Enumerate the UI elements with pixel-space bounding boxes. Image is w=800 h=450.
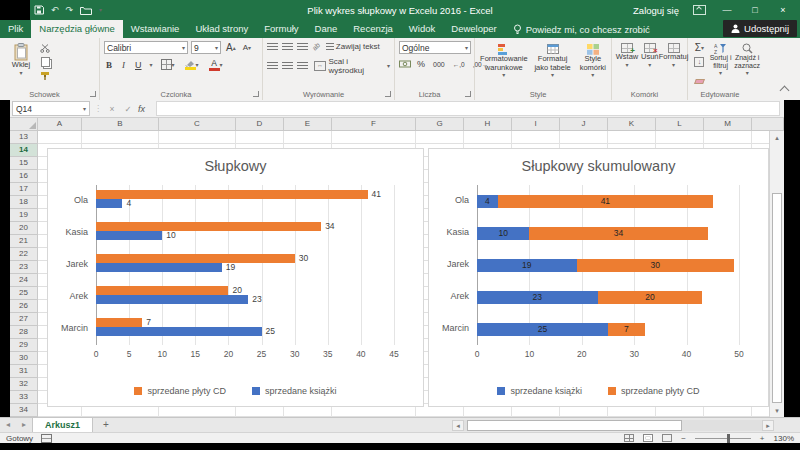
ribbon-tab-recenzja[interactable]: Recenzja (345, 20, 401, 38)
ribbon-tab-narz-dzia-g-wne[interactable]: Narzędzia główne (31, 20, 123, 38)
chart-slupkowy-skumulowany[interactable]: Słupkowy skumulowany01020304050Ola441Kas… (428, 148, 769, 407)
row-header-28[interactable]: 28 (10, 326, 37, 339)
scroll-up-icon[interactable]: ▴ (770, 131, 784, 144)
row-header-19[interactable]: 19 (10, 209, 37, 222)
zoom-slider-thumb[interactable] (727, 434, 730, 443)
bar[interactable] (96, 190, 368, 199)
bar[interactable] (96, 231, 162, 240)
macro-record-icon[interactable] (41, 434, 52, 443)
row-header-24[interactable]: 24 (10, 274, 37, 287)
chart-slupkowy[interactable]: Słupkowy051015202530354045Ola414Kasia341… (47, 148, 424, 407)
formula-input[interactable] (156, 101, 780, 116)
row-header-23[interactable]: 23 (10, 261, 37, 274)
horizontal-scroll-thumb[interactable] (467, 420, 682, 431)
close-button[interactable]: × (776, 5, 790, 15)
comma-style-button[interactable]: 000 (431, 60, 447, 69)
row-header-32[interactable]: 32 (10, 378, 37, 391)
column-header-C[interactable]: C (159, 118, 236, 130)
ribbon-tab-plik[interactable]: Plik (0, 20, 31, 38)
zoom-slider[interactable] (695, 438, 751, 439)
ribbon-tab-wstawianie[interactable]: Wstawianie (123, 20, 188, 38)
orientation-icon[interactable]: ab (311, 41, 321, 51)
ribbon-tab-widok[interactable]: Widok (401, 20, 443, 38)
undo-icon[interactable]: ↶ (51, 5, 59, 15)
column-header-D[interactable]: D (236, 118, 284, 130)
row-header-16[interactable]: 16 (10, 170, 37, 183)
column-header-I[interactable]: I (512, 118, 560, 130)
row-header-20[interactable]: 20 (10, 222, 37, 235)
font-name-combo[interactable]: Calibri▾ (104, 41, 188, 54)
open-icon[interactable] (80, 6, 92, 15)
vertical-scroll-thumb[interactable] (772, 193, 782, 403)
borders-button[interactable]: ▾ (159, 58, 177, 71)
dialog-launcher-icon[interactable] (90, 91, 96, 97)
bar[interactable] (96, 254, 295, 263)
align-right-icon[interactable] (297, 62, 308, 70)
align-middle-icon[interactable] (282, 43, 293, 51)
row-header-33[interactable]: 33 (10, 391, 37, 404)
ribbon-display-options-icon[interactable] (693, 5, 706, 15)
row-header-14[interactable]: 14 (10, 144, 37, 157)
currency-button[interactable] (399, 60, 411, 68)
ribbon-tab-uk-ad-strony[interactable]: Układ strony (187, 20, 256, 38)
bar[interactable] (96, 222, 321, 231)
format-painter-button[interactable] (38, 70, 52, 81)
horizontal-scrollbar[interactable]: ◂ ▸ (452, 420, 774, 431)
sheet-nav-next-icon[interactable]: ▸ (16, 418, 32, 432)
increase-decimal-button[interactable]: ←,0 (451, 60, 467, 69)
row-header-17[interactable]: 17 (10, 183, 37, 196)
font-size-combo[interactable]: 9▾ (191, 41, 221, 54)
ribbon-tab-deweloper[interactable]: Deweloper (443, 20, 504, 38)
page-break-view-icon[interactable] (662, 434, 672, 442)
row-header-31[interactable]: 31 (10, 365, 37, 378)
clear-button[interactable] (695, 70, 704, 88)
autosum-button[interactable]: Σ▾ (693, 41, 706, 54)
qat-customize-icon[interactable]: ▾ (99, 7, 102, 13)
row-header-29[interactable]: 29 (10, 339, 37, 352)
save-icon[interactable] (34, 5, 44, 15)
column-header-K[interactable]: K (608, 118, 656, 130)
column-header-A[interactable]: A (38, 118, 82, 130)
column-header-E[interactable]: E (284, 118, 332, 130)
row-header-15[interactable]: 15 (10, 157, 37, 170)
enter-icon[interactable]: ✓ (122, 104, 134, 114)
italic-button[interactable]: I (120, 59, 127, 71)
align-bottom-icon[interactable] (297, 43, 308, 51)
zoom-in-icon[interactable]: + (760, 434, 765, 443)
legend-item[interactable]: sprzedane książki (497, 386, 582, 396)
column-header-J[interactable]: J (560, 118, 608, 130)
column-header-M[interactable]: M (704, 118, 752, 130)
row-header-13[interactable]: 13 (10, 131, 37, 144)
bar[interactable] (96, 295, 248, 304)
dialog-launcher-icon[interactable] (465, 91, 471, 97)
fill-color-button[interactable]: ▾ (183, 59, 201, 71)
sheet-nav-prev-icon[interactable]: ◂ (0, 418, 16, 432)
number-format-combo[interactable]: Ogólne▾ (399, 41, 471, 54)
column-header-partial[interactable] (752, 118, 784, 130)
percent-button[interactable]: % (415, 58, 427, 70)
fill-button[interactable]: ↓ (692, 56, 706, 68)
bar[interactable] (96, 327, 262, 336)
column-header-H[interactable]: H (464, 118, 512, 130)
dialog-launcher-icon[interactable] (253, 91, 259, 97)
row-header-18[interactable]: 18 (10, 196, 37, 209)
column-header-F[interactable]: F (332, 118, 416, 130)
name-box[interactable]: Q14▾ (12, 101, 90, 116)
bold-button[interactable]: B (104, 59, 114, 71)
minimize-button[interactable]: — (720, 5, 734, 15)
merge-center-button[interactable]: ↔ Scal i wyśrodkuj ▾ (312, 56, 392, 76)
vertical-scrollbar[interactable]: ▴ ▾ (769, 131, 784, 417)
ribbon-tab-formu-y[interactable]: Formuły (256, 20, 306, 38)
bar[interactable] (96, 286, 228, 295)
row-header-26[interactable]: 26 (10, 300, 37, 313)
bar[interactable] (96, 263, 222, 272)
underline-button[interactable]: U (133, 59, 144, 71)
row-header-25[interactable]: 25 (10, 287, 37, 300)
row-header-34[interactable]: 34 (10, 404, 37, 417)
align-left-icon[interactable] (267, 62, 278, 70)
align-center-icon[interactable] (282, 62, 293, 70)
row-header-21[interactable]: 21 (10, 235, 37, 248)
legend-item[interactable]: sprzedane książki (252, 386, 337, 396)
row-header-22[interactable]: 22 (10, 248, 37, 261)
legend-item[interactable]: sprzedane płyty CD (134, 386, 226, 396)
